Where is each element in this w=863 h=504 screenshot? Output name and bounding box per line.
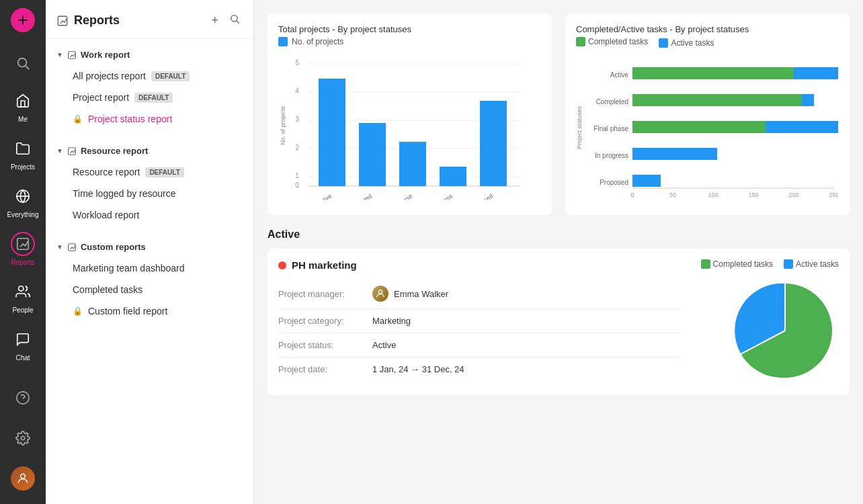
pie-green-legend — [701, 259, 710, 269]
manager-value: Emma Walker — [372, 286, 448, 302]
sidebar-item-chat[interactable]: Chat — [3, 322, 43, 367]
svg-text:Final phase: Final phase — [384, 192, 413, 200]
pie-blue-legend — [784, 259, 793, 269]
svg-text:200: 200 — [788, 192, 798, 198]
bar-chart-legend-label: No. of projects — [292, 37, 343, 46]
svg-rect-54 — [632, 175, 661, 187]
sidebar-item-reports-label: Reports — [11, 259, 34, 266]
svg-point-8 — [17, 392, 29, 404]
detail-row-manager: Project manager: Emma Walker — [278, 279, 680, 309]
custom-field-report-item[interactable]: 🔒 Custom field report — [46, 300, 253, 322]
svg-rect-31 — [359, 123, 386, 186]
sidebar-item-people[interactable]: People — [3, 274, 43, 319]
chevron-down-icon: ▼ — [56, 51, 63, 58]
lock-icon: 🔒 — [73, 306, 83, 316]
marketing-team-label: Marketing team dashboard — [73, 263, 185, 274]
resource-report-section: ▼ Resource report Resource report DEFAUL… — [46, 135, 253, 231]
svg-text:5: 5 — [295, 59, 299, 67]
chevron-down-icon: ▼ — [56, 147, 63, 155]
project-status-report-item[interactable]: 🔒 Project status report — [46, 108, 253, 130]
svg-text:250: 250 — [829, 192, 838, 198]
custom-reports-label: Custom reports — [81, 242, 146, 252]
bar-chart-card: Total projects - By project statuses No.… — [268, 13, 552, 215]
project-details: Project manager: Emma Walker Project cat… — [278, 279, 680, 381]
svg-text:Project statuses: Project statuses — [576, 106, 583, 149]
marketing-team-item[interactable]: Marketing team dashboard — [46, 257, 253, 279]
sidebar-item-projects-label: Projects — [11, 163, 35, 171]
work-report-header[interactable]: ▼ Work report — [46, 44, 253, 65]
svg-point-2 — [18, 58, 27, 67]
svg-text:Final phase: Final phase — [593, 125, 628, 132]
project-name: PH marketing — [292, 259, 357, 271]
sidebar-search-button[interactable] — [227, 11, 243, 30]
completed-tasks-item[interactable]: Completed tasks — [46, 279, 253, 300]
time-logged-item[interactable]: Time logged by resource — [46, 183, 253, 204]
project-status-dot — [278, 261, 286, 269]
hbar-chart-title: Completed/Active tasks - By project stat… — [576, 24, 839, 34]
detail-row-status: Project status: Active — [278, 333, 680, 358]
sidebar-item-me[interactable]: Me — [3, 83, 43, 128]
svg-text:3: 3 — [295, 116, 299, 123]
svg-rect-47 — [632, 67, 794, 79]
settings-button[interactable] — [3, 421, 43, 456]
svg-text:100: 100 — [708, 192, 718, 198]
help-button[interactable] — [3, 380, 43, 415]
resource-report-item[interactable]: Resource report DEFAULT — [46, 161, 253, 183]
svg-text:In progress: In progress — [425, 192, 454, 200]
svg-rect-30 — [319, 79, 345, 186]
sidebar-item-projects[interactable]: Projects — [3, 131, 43, 176]
work-report-section: ▼ Work report All projects report DEFAUL… — [46, 39, 253, 135]
all-projects-badge: DEFAULT — [151, 71, 190, 81]
bar-chart-title: Total projects - By project statuses — [278, 24, 541, 34]
svg-line-3 — [26, 66, 29, 69]
date-label: Project date: — [278, 364, 372, 374]
hbar-legend-row: Completed tasks — [576, 37, 648, 48]
custom-reports-section: ▼ Custom reports Marketing team dashboar… — [46, 231, 253, 327]
svg-text:Proposed: Proposed — [469, 192, 494, 200]
pie-completed-label: Completed tasks — [713, 259, 773, 269]
hbar-chart-svg: Active Completed Final phase In progress… — [576, 54, 838, 202]
project-report-item[interactable]: Project report DEFAULT — [46, 87, 253, 108]
sidebar-item-reports[interactable]: Reports — [3, 226, 43, 271]
custom-field-label: Custom field report — [88, 306, 167, 317]
hbar-legend-completed: Completed tasks — [588, 37, 648, 46]
status-label: Project status: — [278, 340, 372, 350]
active-section: Active PH marketing Project manager: Emm… — [268, 228, 850, 395]
user-avatar[interactable] — [3, 461, 43, 496]
sidebar-add-button[interactable]: + — [208, 11, 221, 30]
hbar-legend-active-row: Active tasks — [659, 38, 714, 48]
custom-reports-header[interactable]: ▼ Custom reports — [46, 237, 253, 257]
pie-chart-svg — [731, 277, 839, 384]
project-chart-legend: Completed tasks Active tasks — [701, 259, 839, 269]
project-name-row: PH marketing — [278, 259, 680, 271]
project-report-badge: DEFAULT — [134, 93, 173, 103]
svg-point-13 — [231, 15, 237, 22]
category-value: Marketing — [372, 316, 411, 326]
workload-report-item[interactable]: Workload report — [46, 204, 253, 226]
work-report-label: Work report — [81, 50, 130, 60]
svg-point-11 — [21, 474, 26, 478]
manager-avatar — [372, 286, 388, 302]
svg-rect-50 — [802, 94, 814, 106]
resource-report-label: Resource report — [81, 146, 148, 156]
svg-text:Completed: Completed — [345, 192, 373, 200]
all-projects-report-item[interactable]: All projects report DEFAULT — [46, 65, 253, 87]
add-button[interactable] — [11, 8, 35, 32]
icon-bar: Me Projects Everything Reports People Ch… — [0, 0, 46, 504]
svg-text:0: 0 — [630, 192, 634, 198]
bar-chart-legend: No. of projects — [278, 37, 541, 46]
completed-tasks-label: Completed tasks — [73, 284, 142, 295]
pie-active-label: Active tasks — [796, 259, 839, 269]
svg-text:0: 0 — [295, 181, 299, 189]
svg-rect-51 — [632, 121, 766, 133]
sidebar-item-everything[interactable]: Everything — [3, 179, 43, 224]
workload-report-label: Workload report — [73, 210, 139, 220]
search-button[interactable] — [3, 46, 43, 81]
svg-rect-32 — [399, 142, 426, 186]
project-info: PH marketing Project manager: Emma Walke… — [268, 249, 690, 395]
sidebar-item-chat-label: Chat — [15, 354, 30, 362]
svg-text:Completed: Completed — [596, 98, 628, 106]
resource-report-header[interactable]: ▼ Resource report — [46, 140, 253, 161]
svg-text:Active: Active — [610, 71, 629, 79]
svg-text:Proposed: Proposed — [600, 179, 628, 186]
